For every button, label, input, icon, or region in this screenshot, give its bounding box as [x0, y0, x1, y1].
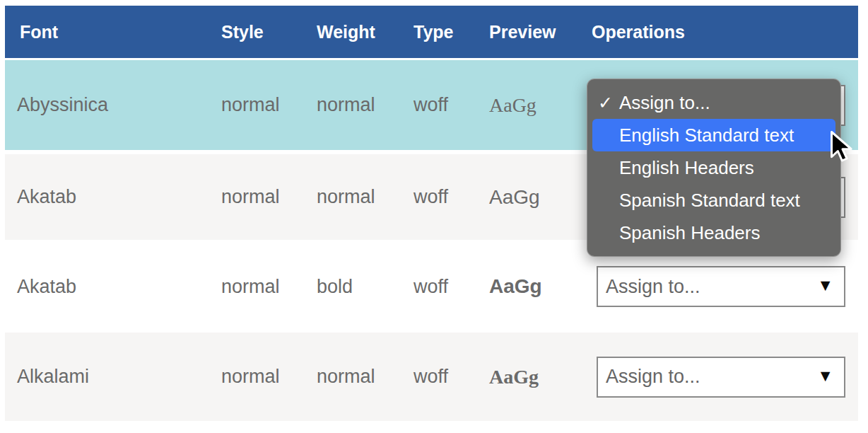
assign-to-select[interactable]: Assign to... ▼ [597, 266, 845, 307]
font-weight-cell: normal [317, 366, 414, 388]
font-type-cell: woff [414, 366, 489, 388]
font-preview-cell: AaGg [489, 94, 592, 117]
select-value: Assign to... [598, 276, 700, 298]
column-header-weight: Weight [317, 22, 414, 42]
assign-dropdown-menu: ✓ Assign to... English Standard text Eng… [587, 79, 841, 257]
dropdown-arrow-icon: ▼ [817, 368, 833, 384]
table-row-alkalami[interactable]: Alkalami normal normal woff AaGg Assign … [5, 333, 858, 421]
font-name-cell: Akatab [5, 186, 221, 208]
menu-item-label: Assign to... [619, 92, 710, 114]
menu-item-spanish-standard-text[interactable]: Spanish Standard text [587, 184, 840, 216]
menu-item-label: English Headers [619, 157, 754, 179]
font-name-cell: Alkalami [5, 366, 221, 388]
operations-cell: Assign to... ▼ [592, 266, 858, 307]
font-name-cell: Akatab [5, 276, 221, 298]
menu-item-english-standard-text[interactable]: English Standard text [592, 119, 835, 151]
table-header-row: Font Style Weight Type Preview Operation… [5, 6, 858, 58]
menu-item-label: Spanish Headers [619, 222, 760, 244]
font-weight-cell: bold [317, 276, 414, 298]
font-preview-cell: AaGg [489, 275, 592, 298]
column-header-style: Style [221, 22, 317, 42]
font-style-cell: normal [221, 94, 317, 116]
mouse-cursor-icon [826, 129, 856, 162]
select-value: Assign to... [598, 366, 700, 388]
assign-to-select[interactable]: Assign to... ▼ [597, 357, 845, 398]
column-header-type: Type [414, 22, 489, 42]
font-weight-cell: normal [317, 186, 414, 208]
column-header-font: Font [5, 22, 221, 42]
column-header-preview: Preview [489, 22, 592, 42]
font-type-cell: woff [414, 94, 489, 116]
font-type-cell: woff [414, 276, 489, 298]
font-style-cell: normal [221, 186, 317, 208]
table-row-akatab-bold[interactable]: Akatab normal bold woff AaGg Assign to..… [5, 244, 858, 329]
checkmark-icon: ✓ [598, 93, 613, 113]
font-weight-cell: normal [317, 94, 414, 116]
font-preview-cell: AaGg [489, 186, 592, 209]
operations-cell: Assign to... ▼ [592, 357, 858, 398]
font-manager-page: Font Style Weight Type Preview Operation… [0, 0, 868, 433]
menu-item-spanish-headers[interactable]: Spanish Headers [587, 216, 840, 249]
dropdown-arrow-icon: ▼ [817, 277, 833, 294]
menu-item-assign-to[interactable]: ✓ Assign to... [587, 86, 840, 119]
column-header-operations: Operations [592, 22, 858, 42]
font-style-cell: normal [221, 276, 317, 298]
menu-item-english-headers[interactable]: English Headers [587, 151, 840, 184]
menu-item-label: English Standard text [619, 125, 794, 146]
font-preview-cell: AaGg [489, 366, 592, 388]
font-name-cell: Abyssinica [5, 94, 221, 116]
menu-item-label: Spanish Standard text [619, 190, 800, 212]
font-type-cell: woff [414, 186, 489, 208]
font-style-cell: normal [221, 366, 317, 388]
